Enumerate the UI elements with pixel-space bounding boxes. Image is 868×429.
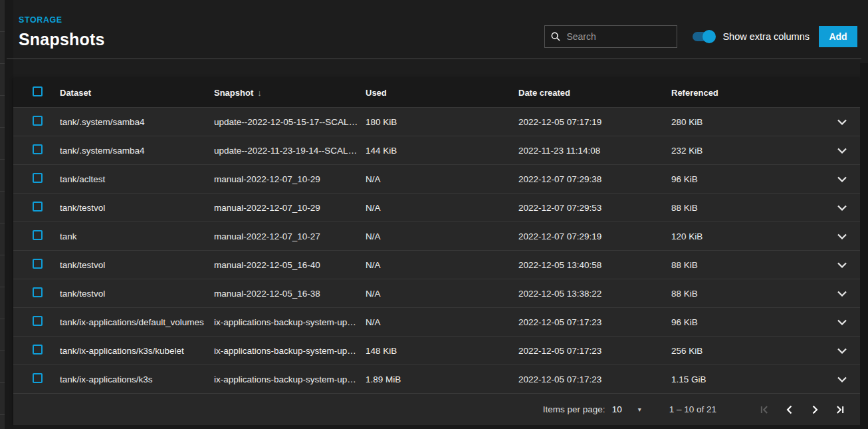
cell-dataset: tank/ix-applications/k3s bbox=[60, 374, 214, 384]
cell-referenced: 256 KiB bbox=[671, 346, 824, 356]
expand-row-button[interactable] bbox=[824, 148, 860, 154]
cell-used: N/A bbox=[366, 203, 518, 213]
breadcrumb-storage[interactable]: STORAGE bbox=[19, 15, 62, 25]
table-header-row: Dataset Snapshot↓ Used Date created Refe… bbox=[13, 78, 860, 107]
row-checkbox-cell bbox=[13, 173, 60, 186]
search-box[interactable] bbox=[544, 25, 677, 48]
table-row[interactable]: tank/testvol manual-2022-12-05_16-38 N/A… bbox=[13, 279, 860, 307]
row-checkbox[interactable] bbox=[33, 259, 43, 269]
cell-snapshot: update--2022-11-23-19-14--SCALE-2… bbox=[214, 146, 366, 156]
previous-page-button[interactable] bbox=[782, 402, 798, 418]
table-row[interactable]: tank/ix-applications/k3s/kubelet ix-appl… bbox=[13, 336, 860, 364]
cell-used: N/A bbox=[366, 231, 518, 241]
cell-used: N/A bbox=[366, 174, 518, 184]
column-header-date-created[interactable]: Date created bbox=[518, 88, 671, 98]
row-checkbox[interactable] bbox=[33, 230, 43, 240]
sort-desc-icon: ↓ bbox=[257, 88, 262, 98]
cell-dataset: tank/.system/samba4 bbox=[60, 117, 214, 127]
column-header-referenced[interactable]: Referenced bbox=[671, 88, 824, 98]
select-all-checkbox[interactable] bbox=[33, 86, 43, 96]
first-page-button[interactable] bbox=[756, 402, 772, 418]
cell-used: N/A bbox=[366, 260, 518, 270]
chevron-left-icon bbox=[783, 403, 796, 416]
cell-dataset: tank/testvol bbox=[60, 289, 214, 299]
chevron-down-icon bbox=[837, 291, 847, 297]
expand-row-button[interactable] bbox=[824, 376, 860, 382]
search-input[interactable] bbox=[566, 31, 673, 42]
cell-date-created: 2022-12-05 07:17:23 bbox=[518, 346, 671, 356]
cell-snapshot: ix-applications-backup-system-updat… bbox=[214, 374, 366, 384]
table-row[interactable]: tank/acltest manual-2022-12-07_10-29 N/A… bbox=[13, 164, 860, 193]
column-header-snapshot[interactable]: Snapshot↓ bbox=[214, 88, 366, 98]
cell-referenced: 88 KiB bbox=[671, 260, 824, 270]
expand-row-button[interactable] bbox=[824, 262, 860, 268]
row-checkbox-cell bbox=[13, 230, 60, 243]
cell-snapshot: ix-applications-backup-system-updat… bbox=[214, 346, 366, 356]
toggle-switch[interactable] bbox=[692, 30, 716, 43]
table-row[interactable]: tank/ix-applications/default_volumes ix-… bbox=[13, 307, 860, 336]
row-checkbox[interactable] bbox=[33, 202, 43, 212]
table-row[interactable]: tank/testvol manual-2022-12-07_10-29 N/A… bbox=[13, 193, 860, 221]
cell-referenced: 280 KiB bbox=[671, 117, 824, 127]
first-page-icon bbox=[758, 403, 771, 416]
toggle-label[interactable]: Show extra columns bbox=[722, 31, 810, 42]
row-checkbox[interactable] bbox=[33, 373, 43, 383]
row-checkbox-cell bbox=[13, 316, 60, 329]
expand-row-button[interactable] bbox=[824, 176, 860, 182]
chevron-down-icon bbox=[837, 176, 847, 182]
row-checkbox[interactable] bbox=[33, 144, 43, 154]
cell-snapshot: update--2022-12-05-15-17--SCALE-2… bbox=[214, 117, 366, 127]
row-checkbox-cell bbox=[13, 144, 60, 157]
cell-dataset: tank/testvol bbox=[60, 260, 214, 270]
show-extra-columns-toggle-wrap[interactable]: Show extra columns bbox=[692, 30, 810, 43]
table-row[interactable]: tank/.system/samba4 update--2022-11-23-1… bbox=[13, 136, 860, 164]
cell-referenced: 1.15 GiB bbox=[671, 374, 824, 384]
chevron-down-icon bbox=[837, 233, 847, 239]
chevron-down-icon bbox=[837, 376, 847, 382]
collapsed-sidebar[interactable] bbox=[0, 0, 5, 429]
cell-referenced: 120 KiB bbox=[671, 231, 824, 241]
cell-date-created: 2022-12-05 13:40:58 bbox=[518, 260, 671, 270]
page-range-label: 1 – 10 of 21 bbox=[669, 404, 716, 414]
cell-date-created: 2022-12-05 13:38:22 bbox=[518, 289, 671, 299]
cell-dataset: tank/testvol bbox=[60, 203, 214, 213]
table-row[interactable]: tank/.system/samba4 update--2022-12-05-1… bbox=[13, 107, 860, 136]
expand-row-button[interactable] bbox=[824, 233, 860, 239]
row-checkbox[interactable] bbox=[33, 287, 43, 297]
add-button[interactable]: Add bbox=[819, 26, 857, 47]
next-page-button[interactable] bbox=[807, 402, 823, 418]
page-header: STORAGE Snapshots bbox=[19, 13, 105, 49]
cell-used: 180 KiB bbox=[366, 117, 518, 127]
items-per-page-select[interactable]: 10 ▾ bbox=[612, 404, 641, 414]
cell-referenced: 88 KiB bbox=[671, 203, 824, 213]
column-header-dataset[interactable]: Dataset bbox=[60, 88, 214, 98]
chevron-down-icon bbox=[837, 205, 847, 211]
cell-dataset: tank/acltest bbox=[60, 174, 214, 184]
column-header-used[interactable]: Used bbox=[366, 88, 518, 98]
cell-snapshot: manual-2022-12-07_10-29 bbox=[214, 203, 366, 213]
table-row[interactable]: tank/testvol manual-2022-12-05_16-40 N/A… bbox=[13, 250, 860, 279]
table-row[interactable]: tank manual-2022-12-07_10-27 N/A 2022-12… bbox=[13, 221, 860, 250]
left-gutter bbox=[5, 0, 13, 429]
expand-row-button[interactable] bbox=[824, 348, 860, 354]
row-checkbox[interactable] bbox=[33, 316, 43, 326]
table-body: tank/.system/samba4 update--2022-12-05-1… bbox=[13, 107, 860, 393]
header-checkbox-cell bbox=[13, 86, 60, 99]
cell-dataset: tank/.system/samba4 bbox=[60, 146, 214, 156]
last-page-button[interactable] bbox=[832, 402, 848, 418]
table-row[interactable]: tank/ix-applications/k3s ix-applications… bbox=[13, 364, 860, 393]
row-checkbox[interactable] bbox=[33, 173, 43, 183]
row-checkbox-cell bbox=[13, 116, 60, 128]
right-edge-strip bbox=[860, 63, 868, 429]
row-checkbox[interactable] bbox=[33, 345, 43, 355]
cell-date-created: 2022-12-05 07:17:19 bbox=[518, 117, 671, 127]
cell-referenced: 88 KiB bbox=[671, 289, 824, 299]
expand-row-button[interactable] bbox=[824, 319, 860, 325]
cell-dataset: tank/ix-applications/k3s/kubelet bbox=[60, 346, 214, 356]
expand-row-button[interactable] bbox=[824, 119, 860, 125]
expand-row-button[interactable] bbox=[824, 291, 860, 297]
header-divider bbox=[7, 59, 861, 59]
row-checkbox[interactable] bbox=[33, 116, 43, 126]
expand-row-button[interactable] bbox=[824, 205, 860, 211]
cell-snapshot: manual-2022-12-07_10-27 bbox=[214, 231, 366, 241]
